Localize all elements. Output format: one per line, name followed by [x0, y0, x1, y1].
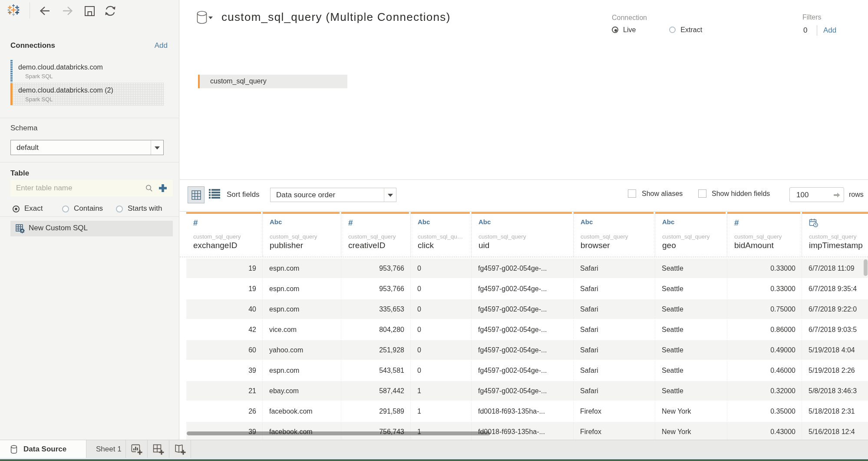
horizontal-scrollbar[interactable]: [187, 431, 490, 435]
cell-browser[interactable]: Firefox: [574, 422, 655, 440]
cell-click[interactable]: 0: [411, 299, 472, 319]
cell-publisher[interactable]: espn.com: [263, 299, 341, 319]
cell-exchangeID[interactable]: 39: [186, 422, 263, 440]
cell-click[interactable]: 1: [411, 401, 472, 421]
cell-bidAmount[interactable]: 0.33000: [727, 279, 802, 298]
column-header-click[interactable]: Abccustom_sql_queryclick: [411, 212, 472, 257]
cell-uid[interactable]: fd0018-f693-135ha-...: [472, 422, 574, 440]
cell-click[interactable]: 0: [411, 361, 472, 380]
cell-uid[interactable]: fd0018-f693-135ha-...: [472, 401, 574, 421]
connection-option-live[interactable]: Live: [612, 26, 636, 36]
cell-publisher[interactable]: espn.com: [263, 361, 341, 380]
connection-item[interactable]: demo.cloud.databricks.comSpark SQL: [10, 60, 164, 83]
cell-click[interactable]: 1: [411, 422, 472, 440]
cell-impTimestamp[interactable]: 5/19/2018 2:26: [802, 361, 868, 380]
cell-bidAmount[interactable]: 0.46000: [727, 361, 802, 380]
cell-impTimestamp[interactable]: 5/18/2018 2:31: [802, 401, 868, 421]
cell-impTimestamp[interactable]: 6/7/2018 9:03:5: [802, 320, 868, 339]
cell-bidAmount[interactable]: 0.32000: [727, 381, 802, 401]
cell-creativeID[interactable]: 251,928: [341, 340, 411, 360]
cell-creativeID[interactable]: 953,766: [341, 279, 411, 298]
cell-bidAmount[interactable]: 0.43000: [727, 422, 802, 440]
show-hidden-fields-checkbox[interactable]: [698, 189, 706, 198]
cell-geo[interactable]: Seattle: [655, 299, 727, 319]
cell-exchangeID[interactable]: 42: [186, 320, 263, 339]
cell-publisher[interactable]: yahoo.com: [263, 340, 341, 360]
cell-bidAmount[interactable]: 0.86000: [727, 320, 802, 339]
rows-count-input[interactable]: 100: [789, 187, 844, 202]
cell-impTimestamp[interactable]: 5/16/2018 12:4: [802, 422, 868, 440]
sort-order-caret-box[interactable]: [384, 188, 396, 202]
vertical-scrollbar[interactable]: [864, 259, 868, 276]
sort-order-select[interactable]: Data source order: [270, 188, 396, 202]
cell-browser[interactable]: Safari: [574, 299, 655, 319]
cell-click[interactable]: 0: [411, 279, 472, 298]
cell-geo[interactable]: Seattle: [655, 320, 727, 339]
cell-exchangeID[interactable]: 19: [186, 279, 263, 298]
column-header-browser[interactable]: Abccustom_sql_querybrowser: [574, 212, 655, 257]
cell-exchangeID[interactable]: 26: [186, 401, 263, 421]
cell-uid[interactable]: fg4597-g002-054ge-...: [472, 381, 574, 401]
column-header-exchangeID[interactable]: #custom_sql_queryexchangeID: [186, 212, 263, 257]
cell-browser[interactable]: Safari: [574, 320, 655, 339]
cell-bidAmount[interactable]: 0.35000: [727, 401, 802, 421]
cell-exchangeID[interactable]: 39: [186, 361, 263, 380]
cell-publisher[interactable]: facebook.com: [263, 401, 341, 421]
cell-browser[interactable]: Safari: [574, 381, 655, 401]
cell-creativeID[interactable]: 291,589: [341, 401, 411, 421]
cell-geo[interactable]: New York: [655, 422, 727, 440]
cell-geo[interactable]: Seattle: [655, 381, 727, 401]
cell-creativeID[interactable]: 756,743: [341, 422, 411, 440]
save-button[interactable]: [82, 3, 97, 18]
cell-publisher[interactable]: ebay.com: [263, 381, 341, 401]
logical-table-chip[interactable]: custom_sql_query: [198, 75, 347, 88]
cell-geo[interactable]: Seattle: [655, 279, 727, 298]
redo-button[interactable]: [60, 3, 75, 18]
cell-geo[interactable]: Seattle: [655, 259, 727, 278]
table-search-input[interactable]: Enter table name: [10, 180, 173, 196]
cell-uid[interactable]: fg4597-g002-054ge-...: [472, 320, 574, 339]
cell-impTimestamp[interactable]: 6/7/2018 11:09: [802, 259, 868, 278]
cell-uid[interactable]: fg4597-g002-054ge-...: [472, 340, 574, 360]
database-icon[interactable]: [196, 10, 208, 24]
cell-browser[interactable]: Safari: [574, 259, 655, 278]
column-header-geo[interactable]: Abccustom_sql_querygeo: [655, 212, 727, 257]
cell-exchangeID[interactable]: 60: [186, 340, 263, 360]
cell-impTimestamp[interactable]: 6/7/2018 9:22:0: [802, 299, 868, 319]
cell-geo[interactable]: New York: [655, 401, 727, 421]
cell-publisher[interactable]: vice.com: [263, 320, 341, 339]
undo-button[interactable]: [38, 3, 53, 18]
schema-select-caret-box[interactable]: [151, 140, 163, 155]
cell-creativeID[interactable]: 953,766: [341, 259, 411, 278]
new-dashboard-button[interactable]: [148, 440, 169, 459]
cell-creativeID[interactable]: 543,581: [341, 361, 411, 380]
cell-browser[interactable]: Safari: [574, 361, 655, 380]
new-story-button[interactable]: [169, 440, 191, 459]
column-header-impTimestamp[interactable]: custom_sql_queryimpTimestamp: [802, 212, 868, 257]
cell-uid[interactable]: fg4597-g002-054ge-...: [472, 299, 574, 319]
cell-click[interactable]: 0: [411, 259, 472, 278]
add-table-icon[interactable]: [158, 183, 168, 193]
column-header-publisher[interactable]: Abccustom_sql_querypublisher: [263, 212, 341, 257]
cell-bidAmount[interactable]: 0.33000: [727, 259, 802, 278]
cell-exchangeID[interactable]: 21: [186, 381, 263, 401]
cell-publisher[interactable]: facebook.com: [263, 422, 341, 440]
chevron-down-icon[interactable]: [208, 17, 213, 19]
cell-impTimestamp[interactable]: 5/8/2018 3:46:3: [802, 381, 868, 401]
cell-exchangeID[interactable]: 19: [186, 259, 263, 278]
cell-geo[interactable]: Seattle: [655, 361, 727, 380]
show-aliases-checkbox[interactable]: [628, 189, 636, 198]
cell-uid[interactable]: fg4597-g002-054ge-...: [472, 259, 574, 278]
apply-rows-icon[interactable]: [833, 191, 841, 199]
new-custom-sql-button[interactable]: New Custom SQL: [10, 221, 173, 236]
cell-bidAmount[interactable]: 0.75000: [727, 299, 802, 319]
cell-impTimestamp[interactable]: 5/19/2018 4:04: [802, 340, 868, 360]
cell-uid[interactable]: fg4597-g002-054ge-...: [472, 361, 574, 380]
cell-click[interactable]: 0: [411, 340, 472, 360]
column-header-creativeID[interactable]: #custom_sql_querycreativeID: [341, 212, 411, 257]
column-header-bidAmount[interactable]: #custom_sql_querybidAmount: [727, 212, 802, 257]
cell-bidAmount[interactable]: 0.49000: [727, 340, 802, 360]
cell-click[interactable]: 1: [411, 381, 472, 401]
metadata-view-button[interactable]: [208, 189, 221, 200]
cell-creativeID[interactable]: 335,653: [341, 299, 411, 319]
